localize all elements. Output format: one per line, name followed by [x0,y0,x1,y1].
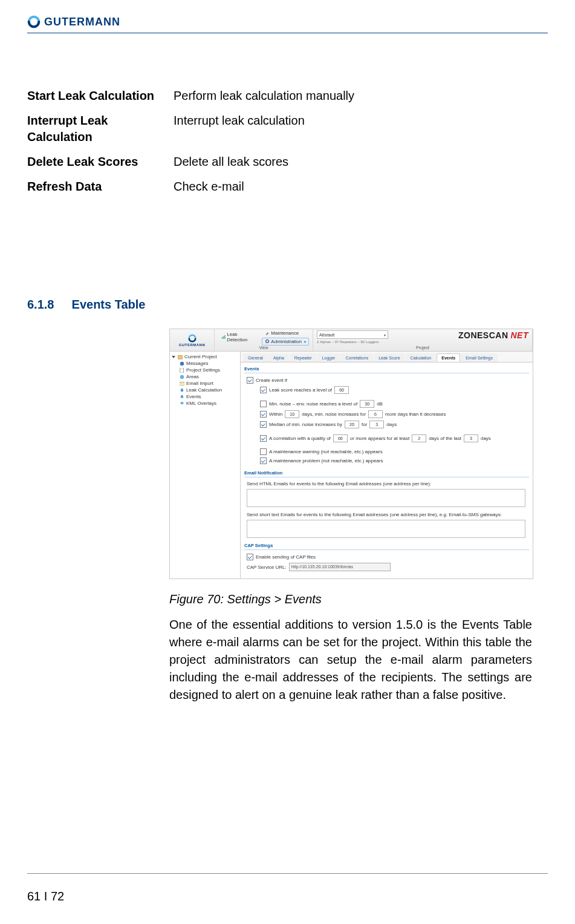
zonescan-logo: ZONESCANNET [458,330,528,340]
rule-maint-problem-checkbox[interactable] [260,457,267,464]
svg-rect-6 [180,368,184,373]
page-footer: 61 I 72 [27,873,548,903]
def-value: Interrupt leak calculation [174,113,548,145]
ribbon-group-title: View [218,346,309,350]
nav-tree: Current Project Messages Project Setting… [170,352,241,578]
median-increase-input[interactable]: 20 [345,421,359,428]
group-events-title: Events [244,365,529,373]
chevron-down-icon: ▾ [304,339,306,344]
cap-enable-checkbox[interactable] [247,554,253,560]
tab-leak-score[interactable]: Leak Score [374,353,404,362]
content-pane: General Alpha Repeater Logger Correlatio… [241,352,533,578]
svg-point-7 [180,375,184,378]
project-dropdown[interactable]: Albstadt ▾ [317,330,388,339]
bell-icon [180,395,184,399]
rule-correlation-checkbox[interactable] [260,435,267,442]
project-summary: 2 Alphas – 07 Repeaters – 82 Loggers [317,340,378,344]
page-number: 61 I 72 [27,890,548,903]
tab-email-settings[interactable]: Email Settings [461,353,498,362]
within-days-input[interactable]: 10 [285,410,299,418]
tree-item-email-import[interactable]: Email Import [171,380,239,387]
increase-days-input[interactable]: 6 [368,410,383,418]
tree-item-events[interactable]: Events [171,393,239,400]
gutermann-logo-icon [188,334,197,342]
sms-email-textarea[interactable] [247,520,525,538]
def-value: Perform leak calculation manually [174,88,548,104]
rule-min-noise-checkbox[interactable] [260,401,267,407]
chevron-down-icon: ▾ [384,333,386,337]
app-logo: GUTERMANN [170,329,215,351]
section-title: Events Table [72,298,146,311]
corr-window-input[interactable]: 3 [464,434,478,442]
section-number: 6.1.8 [27,298,68,312]
cap-url-input[interactable]: http://10.135.20.10:10039/ibm/as [289,563,391,571]
def-label: Interrupt Leak Calculation [27,113,166,145]
tab-events[interactable]: Events [437,353,460,362]
def-label: Refresh Data [27,179,166,195]
def-label: Start Leak Calculation [27,88,166,104]
create-event-checkbox[interactable] [247,377,253,384]
svg-rect-1 [223,336,224,339]
globe-icon [180,375,184,379]
leak-score-input[interactable]: 60 [334,386,349,394]
administration-button[interactable]: Administration ▾ [262,338,309,346]
maintenance-button[interactable]: Maintenance [262,329,309,337]
svg-point-3 [266,340,269,343]
figure-caption: Figure 70: Settings > Events [169,592,532,606]
def-value: Check e-mail [174,179,548,195]
rule-leak-score-checkbox[interactable] [260,387,267,393]
leak-detection-button[interactable]: Leak Detection [218,330,259,344]
brand-logo: GUTERMANN [27,15,120,28]
info-icon [180,361,184,366]
tree-item-messages[interactable]: Messages [171,360,239,367]
tab-calculation[interactable]: Calculation [406,353,437,362]
figure-70: ZONESCANNET GUTERMANN [169,329,532,704]
svg-rect-4 [178,355,183,359]
svg-rect-2 [224,335,225,339]
tree-item-project-settings[interactable]: Project Settings [171,367,239,373]
corr-atleast-input[interactable]: 2 [412,434,426,442]
definitions-table: Start Leak Calculation Perform leak calc… [27,88,548,195]
group-email-title: Email Notification [244,469,529,477]
tab-correlations[interactable]: Correlations [340,353,373,362]
tab-repeater[interactable]: Repeater [290,353,317,362]
def-value: Delete all leak scores [174,154,548,170]
corr-quality-input[interactable]: 60 [333,434,348,442]
tab-general[interactable]: General [243,353,268,362]
header-rule: GUTERMANN [27,11,548,33]
min-noise-input[interactable]: 30 [360,400,374,408]
brand-name: GUTERMANN [44,16,120,28]
chart-icon [221,335,226,339]
tree-root[interactable]: Current Project [171,353,239,360]
rule-within-days-checkbox[interactable] [260,411,267,418]
gutermann-logo-icon [27,15,41,28]
doc-icon [180,368,184,373]
section-heading: 6.1.8 Events Table [27,298,548,312]
folder-icon [178,355,183,359]
wrench-icon [265,330,270,335]
drop-icon [180,388,184,393]
mail-icon [180,381,184,386]
rule-median-checkbox[interactable] [260,421,267,428]
layers-icon [180,401,184,406]
tree-item-kml-overlays[interactable]: KML Overlays [171,400,239,407]
app-window: GUTERMANN Leak Detection Maintena [169,329,533,579]
ribbon-group-title: Project [317,346,528,350]
tab-logger[interactable]: Logger [317,353,340,362]
tree-item-areas[interactable]: Areas [171,373,239,380]
svg-rect-0 [222,337,223,339]
body-paragraph: One of the essential additions to versio… [169,616,532,704]
html-email-textarea[interactable] [247,489,525,507]
gear-icon [265,339,270,344]
tree-item-leak-calculation[interactable]: Leak Calculation [171,387,239,393]
tab-alpha[interactable]: Alpha [268,353,289,362]
def-label: Delete Leak Scores [27,154,166,170]
rule-maint-warning-checkbox[interactable] [260,448,267,455]
median-days-input[interactable]: 3 [369,421,384,428]
svg-point-5 [180,361,184,365]
group-cap-title: CAP Settings [244,542,529,550]
tabstrip: General Alpha Repeater Logger Correlatio… [241,352,533,362]
